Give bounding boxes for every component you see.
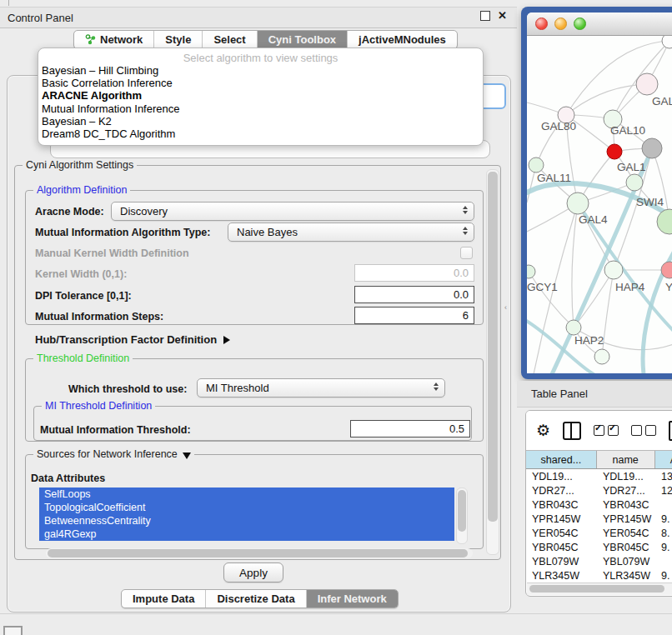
tab-network[interactable]: Network: [74, 31, 154, 48]
table-cell: YPR145W: [526, 513, 597, 525]
dropdown-option[interactable]: ARACNE Algorithm: [38, 89, 483, 102]
attribute-item[interactable]: BetweennessCentrality: [39, 514, 454, 528]
table-row[interactable]: YDL19...YDL19...13: [526, 469, 672, 483]
dropdown-placeholder: Select algorithm to view settings: [38, 48, 483, 64]
kernel-width-field[interactable]: 0.0: [354, 264, 474, 282]
node-label-GAL4: GAL4: [579, 213, 608, 226]
control-panel-tabbar: NetworkStyleSelectCyni ToolboxjActiveMNo…: [73, 30, 458, 49]
tab-jactivemnodules[interactable]: jActiveMNodules: [348, 31, 457, 48]
select-all-checkboxes-icon[interactable]: [594, 425, 619, 436]
mi-type-combobox[interactable]: Naive Bayes: [228, 222, 474, 242]
node-pink-top[interactable]: [636, 73, 658, 95]
tab-cyni-toolbox[interactable]: Cyni Toolbox: [258, 31, 348, 48]
table-hscrollbar-thumb[interactable]: [529, 585, 664, 592]
top-tick-line: [8, 0, 9, 6]
hub-section-label: Hub/Transcription Factor Definition: [35, 333, 217, 346]
tab-discretize-data[interactable]: Discretize Data: [206, 590, 306, 608]
document-icon[interactable]: [669, 421, 672, 441]
settings-hscrollbar[interactable]: [46, 548, 473, 558]
node-HAP4[interactable]: [604, 261, 623, 279]
tab-style[interactable]: Style: [154, 31, 203, 48]
bottom-tabbar: Impute DataDiscretize DataInfer Network: [121, 589, 399, 608]
zoom-traffic-light-icon[interactable]: [574, 18, 586, 30]
tab-select[interactable]: Select: [203, 31, 257, 48]
node-SWI4[interactable]: [657, 209, 672, 234]
apply-button[interactable]: Apply: [223, 562, 283, 582]
attribute-item[interactable]: SelfLoops: [39, 488, 454, 501]
which-threshold-combobox[interactable]: MI Threshold: [197, 378, 445, 398]
close-icon[interactable]: ✕: [498, 12, 507, 20]
table-row[interactable]: YPR145WYPR145W9.: [526, 512, 672, 526]
node-partial-top[interactable]: [662, 36, 672, 48]
column-header-shared...[interactable]: shared...: [526, 451, 597, 468]
minimize-traffic-light-icon[interactable]: [554, 18, 567, 30]
float-icon[interactable]: [480, 11, 490, 21]
table-cell: 8.: [655, 528, 672, 539]
node-HAP2[interactable]: [566, 320, 581, 335]
table-row[interactable]: YDR27...YDR27...12: [526, 483, 672, 498]
deselect-all-checkboxes-icon[interactable]: [631, 425, 656, 436]
attributes-scrollbar[interactable]: [456, 488, 468, 544]
table-cell: YBR045C: [526, 542, 597, 553]
application-window: Control Panel ✕ NetworkStyleSelectCyni T…: [0, 0, 672, 635]
sources-title[interactable]: Sources for Network Inference: [33, 448, 194, 460]
table-hscrollbar[interactable]: [527, 582, 672, 595]
dropdown-option[interactable]: Bayesian – K2: [38, 115, 483, 128]
split-pane-handle[interactable]: ‹: [504, 303, 507, 312]
dropdown-option[interactable]: Mutual Information Inference: [38, 102, 483, 115]
node-GAL1[interactable]: [626, 174, 643, 191]
dropdown-option[interactable]: Basic Correlation Inference: [38, 77, 483, 89]
attribute-item[interactable]: TopologicalCoefficient: [39, 501, 454, 514]
gear-icon[interactable]: ⚙: [536, 422, 550, 438]
node-red[interactable]: [607, 144, 622, 159]
node-label-HAP4: HAP4: [615, 281, 645, 293]
tab-infer-network[interactable]: Infer Network: [307, 590, 398, 608]
dpi-tolerance-field[interactable]: 0.0: [354, 286, 474, 303]
mi-threshold-field[interactable]: 0.5: [350, 420, 470, 438]
node-GAL4[interactable]: [567, 192, 589, 214]
settings-hscrollbar-thumb[interactable]: [48, 549, 468, 558]
column-header-name[interactable]: name: [597, 451, 655, 468]
table-row[interactable]: YBR043CYBR043C: [526, 498, 672, 512]
attribute-item[interactable]: gal4RGexp: [39, 528, 454, 541]
algorithm-definition-title: Algorithm Definition: [33, 184, 130, 196]
network-canvas[interactable]: GALGAL80GAL10GAL1GAL11SWI4GAL4GCY1HAP4YH…: [527, 36, 672, 373]
column-header-A[interactable]: A: [655, 451, 672, 468]
table-panel-box: ⚙ shared...nameA YDL19...YDL19...13YDR27…: [525, 410, 672, 597]
network-edge: [566, 84, 647, 115]
settings-scrollbar[interactable]: [486, 169, 499, 555]
table-row[interactable]: YBR045CYBR045C9.: [526, 540, 672, 554]
combo-arrows-icon: [463, 227, 468, 235]
node-bottom[interactable]: [594, 349, 609, 364]
node-gray[interactable]: [642, 138, 662, 158]
dropdown-option[interactable]: Bayesian – Hill Climbing: [38, 64, 483, 77]
threshold-definition-title: Threshold Definition: [33, 352, 133, 364]
mi-steps-field[interactable]: 6: [354, 307, 474, 324]
aracne-mode-combobox[interactable]: Discovery: [111, 202, 474, 221]
close-traffic-light-icon[interactable]: [535, 18, 548, 30]
node-green-left2[interactable]: [527, 265, 535, 278]
table-cell: YBR043C: [597, 499, 655, 511]
table-row[interactable]: YBL079WYBL079W: [526, 554, 672, 568]
table-cell: YLR345W: [597, 570, 655, 582]
network-icon: [85, 34, 96, 45]
table-row[interactable]: YER054CYER054C8.: [526, 526, 672, 540]
algorithm-combobox-fragment[interactable]: [481, 83, 506, 109]
mi-threshold-title: MI Threshold Definition: [42, 400, 155, 412]
dock-square-icon[interactable]: [3, 626, 23, 635]
settings-scrollbar-thumb[interactable]: [488, 172, 498, 522]
data-attributes-label: Data Attributes: [31, 472, 105, 484]
expanded-arrow-icon: [183, 452, 191, 459]
attributes-scrollbar-thumb[interactable]: [458, 490, 466, 532]
hub-section-toggle[interactable]: Hub/Transcription Factor Definition: [35, 333, 230, 346]
manual-kernel-checkbox[interactable]: [460, 247, 473, 259]
split-columns-icon[interactable]: [563, 422, 581, 440]
table-cell: YDL19...: [597, 471, 655, 482]
table-cell: 9.: [655, 542, 672, 553]
dropdown-option[interactable]: Dream8 DC_TDC Algorithm: [38, 128, 483, 140]
table-row[interactable]: YLR345WYLR345W9.: [526, 568, 672, 582]
table-cell: YDR27...: [597, 485, 655, 497]
node-green-left[interactable]: [529, 158, 544, 172]
tab-impute-data[interactable]: Impute Data: [122, 590, 206, 608]
algorithm-dropdown-list: Select algorithm to view settings Bayesi…: [38, 48, 484, 146]
